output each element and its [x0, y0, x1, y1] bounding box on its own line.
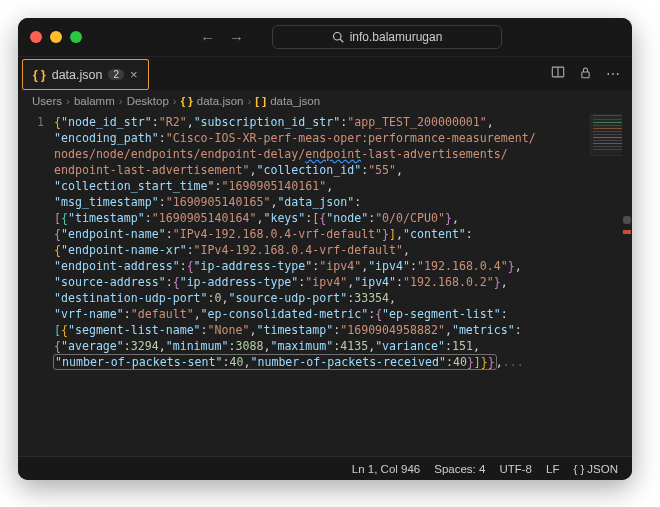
lock-icon[interactable]: [579, 66, 592, 82]
status-bar: Ln 1, Col 946 Spaces: 4 UTF-8 LF { } JSO…: [18, 456, 632, 480]
status-language-label: JSON: [587, 463, 618, 475]
close-window-button[interactable]: [30, 31, 42, 43]
command-center-search[interactable]: info.balamurugan: [272, 25, 502, 49]
editor-area[interactable]: 1 {"node_id_str":"R2","subscription_id_s…: [18, 112, 632, 456]
chevron-right-icon: ›: [119, 95, 123, 107]
crumb-segment[interactable]: Users: [32, 95, 62, 107]
status-indent[interactable]: Spaces: 4: [434, 463, 485, 475]
crumb-segment[interactable]: Desktop: [127, 95, 169, 107]
tab-close-button[interactable]: ×: [130, 67, 138, 82]
svg-point-0: [333, 33, 341, 41]
maximize-window-button[interactable]: [70, 31, 82, 43]
tab-data-json[interactable]: { } data.json 2 ×: [22, 59, 149, 90]
editor-actions: ⋯: [551, 57, 632, 90]
search-icon: [332, 31, 344, 43]
more-actions-icon[interactable]: ⋯: [606, 66, 620, 82]
title-bar: ← → info.balamurugan: [18, 18, 632, 56]
json-lang-icon: { }: [573, 463, 584, 475]
breadcrumb[interactable]: Users › balamm › Desktop › { } data.json…: [18, 90, 632, 112]
nav-arrows: ← →: [200, 29, 244, 46]
editor-window: ← → info.balamurugan { } data.json 2 × ⋯…: [18, 18, 632, 480]
line-number: 1: [18, 114, 44, 130]
code-content[interactable]: {"node_id_str":"R2","subscription_id_str…: [54, 112, 632, 456]
chevron-right-icon: ›: [173, 95, 177, 107]
crumb-file[interactable]: data.json: [197, 95, 244, 107]
error-marker[interactable]: [623, 230, 631, 234]
minimize-window-button[interactable]: [50, 31, 62, 43]
crumb-symbol[interactable]: data_json: [270, 95, 320, 107]
nav-forward-button[interactable]: →: [229, 29, 244, 46]
vertical-scrollbar[interactable]: [622, 112, 632, 456]
json-file-icon: { }: [181, 95, 193, 107]
line-gutter: 1: [18, 112, 54, 456]
crumb-segment[interactable]: balamm: [74, 95, 115, 107]
status-ln-col[interactable]: Ln 1, Col 946: [352, 463, 420, 475]
svg-rect-4: [582, 72, 589, 78]
status-encoding[interactable]: UTF-8: [499, 463, 532, 475]
nav-back-button[interactable]: ←: [200, 29, 215, 46]
chevron-right-icon: ›: [248, 95, 252, 107]
chevron-right-icon: ›: [66, 95, 70, 107]
tab-bar: { } data.json 2 × ⋯: [18, 56, 632, 90]
array-symbol-icon: [ ]: [255, 95, 266, 107]
tab-problems-badge: 2: [108, 69, 124, 80]
svg-line-1: [340, 39, 343, 42]
search-text: info.balamurugan: [350, 30, 443, 44]
scrollbar-thumb[interactable]: [623, 216, 631, 224]
window-controls: [30, 31, 82, 43]
status-eol[interactable]: LF: [546, 463, 559, 475]
tab-label: data.json: [52, 68, 103, 82]
json-file-icon: { }: [33, 68, 46, 82]
status-language[interactable]: { } JSON: [573, 463, 618, 475]
split-editor-icon[interactable]: [551, 65, 565, 82]
